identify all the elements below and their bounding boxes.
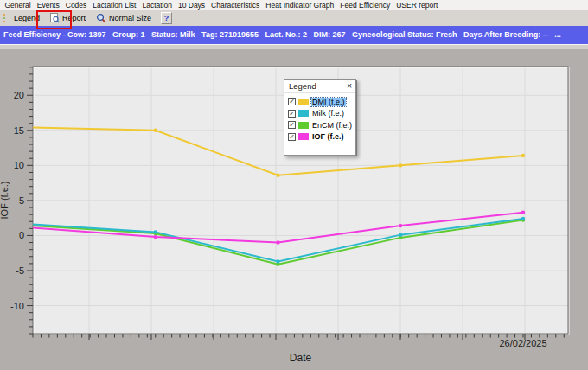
svg-text:20: 20 bbox=[14, 90, 24, 100]
normal-size-button-label: Normal Size bbox=[109, 14, 151, 22]
svg-text:26/02/2025: 26/02/2025 bbox=[499, 338, 546, 348]
legend-window[interactable]: Legend × ✓ DMI (f.e.) ✓ Milk (f.e.) ✓ En… bbox=[284, 79, 356, 156]
menu-item-lactation[interactable]: Lactation bbox=[139, 1, 176, 10]
menu-item-heat-indicator-graph[interactable]: Heat Indicator Graph bbox=[263, 1, 337, 10]
legend-item-encm[interactable]: ✓ EnCM (f.e.) bbox=[288, 119, 353, 131]
menu-item-events[interactable]: Events bbox=[34, 1, 62, 10]
svg-text:15: 15 bbox=[14, 125, 24, 136]
legend-button[interactable]: Legend bbox=[10, 11, 44, 25]
legend-item-label: Milk (f.e.) bbox=[311, 109, 345, 118]
svg-text:0: 0 bbox=[19, 230, 24, 240]
milk-color-swatch bbox=[298, 110, 309, 117]
menu-item-10-days[interactable]: 10 Days bbox=[175, 1, 208, 10]
legend-item-dmi[interactable]: ✓ DMI (f.e.) bbox=[288, 96, 353, 108]
close-icon[interactable]: × bbox=[347, 82, 352, 91]
menubar: General Events Codes Lactation List Lact… bbox=[0, 0, 588, 10]
legend-window-title: Legend bbox=[289, 81, 316, 91]
menu-item-user-report[interactable]: USER report bbox=[393, 1, 441, 10]
menu-item-characteristics[interactable]: Characteristics bbox=[208, 1, 263, 10]
legend-item-list: ✓ DMI (f.e.) ✓ Milk (f.e.) ✓ EnCM (f.e.)… bbox=[284, 93, 355, 143]
iof-color-swatch bbox=[298, 133, 309, 140]
menu-item-codes[interactable]: Codes bbox=[62, 1, 90, 10]
svg-text:-5: -5 bbox=[16, 265, 24, 276]
menu-item-lactation-list[interactable]: Lactation List bbox=[90, 1, 139, 10]
report-button-label: Report bbox=[62, 14, 86, 22]
encm-color-swatch bbox=[298, 122, 309, 129]
checkbox-checked-icon[interactable]: ✓ bbox=[288, 133, 296, 141]
toolbar: Legend Report Normal Size ? bbox=[0, 10, 588, 26]
legend-item-milk[interactable]: ✓ Milk (f.e.) bbox=[288, 108, 353, 120]
legend-item-label: DMI (f.e.) bbox=[311, 98, 346, 106]
normal-size-icon bbox=[96, 13, 106, 23]
checkbox-checked-icon[interactable]: ✓ bbox=[288, 98, 296, 105]
toolbar-grip[interactable] bbox=[2, 14, 6, 22]
svg-text:-10: -10 bbox=[10, 301, 24, 311]
help-button[interactable]: ? bbox=[161, 12, 172, 24]
report-icon bbox=[50, 13, 60, 23]
svg-text:Date: Date bbox=[290, 352, 312, 364]
checkbox-checked-icon[interactable]: ✓ bbox=[288, 110, 296, 118]
legend-window-titlebar[interactable]: Legend × bbox=[284, 80, 355, 93]
feed-efficiency-infobar: Feed Efficiency - Cow: 1397 Group: 1 Sta… bbox=[0, 26, 588, 44]
report-button[interactable]: Report bbox=[46, 11, 90, 25]
svg-text:IOF (f.e.): IOF (f.e.) bbox=[0, 182, 10, 220]
legend-item-label: EnCM (f.e.) bbox=[311, 121, 353, 130]
normal-size-button[interactable]: Normal Size bbox=[92, 11, 156, 25]
legend-item-label: IOF (f.e.) bbox=[311, 132, 345, 141]
menu-item-general[interactable]: General bbox=[2, 1, 34, 10]
legend-item-iof[interactable]: ✓ IOF (f.e.) bbox=[288, 131, 353, 144]
svg-text:10: 10 bbox=[14, 160, 24, 170]
menu-item-feed-efficiency[interactable]: Feed Efficiency bbox=[337, 1, 393, 10]
dmi-color-swatch bbox=[298, 99, 309, 105]
svg-text:5: 5 bbox=[19, 195, 24, 206]
checkbox-checked-icon[interactable]: ✓ bbox=[288, 121, 296, 129]
